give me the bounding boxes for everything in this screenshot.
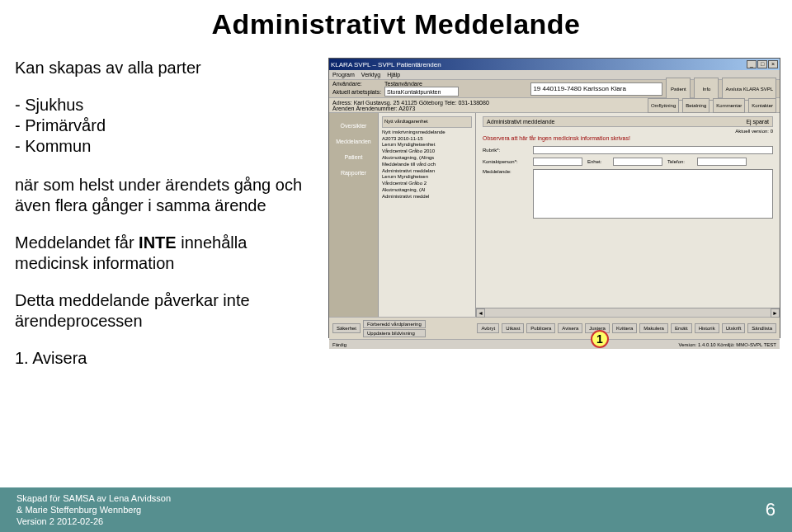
makulera-button[interactable]: Makulera bbox=[639, 323, 668, 333]
parter-list: Sjukhus Primärvård Kommun bbox=[15, 95, 316, 157]
form-warning: Observera att här får ingen medicinsk in… bbox=[483, 135, 773, 141]
tree-item[interactable]: Akutmottagning, (Al bbox=[382, 187, 472, 194]
step-list: 1. Avisera bbox=[15, 348, 316, 369]
kontakt-input[interactable] bbox=[533, 158, 582, 166]
window-maximize-button[interactable]: □ bbox=[757, 60, 767, 68]
scroll-left-icon[interactable]: ◄ bbox=[476, 308, 485, 318]
window-close-button[interactable]: × bbox=[768, 60, 778, 68]
tree-header[interactable]: Nytt vårdtagarenhet bbox=[382, 116, 472, 128]
rubrik-label: Rubrik*: bbox=[483, 148, 528, 153]
tree-item[interactable]: Administrativt meddelan bbox=[382, 168, 472, 175]
betalning-button[interactable]: Betalning bbox=[682, 98, 710, 113]
sandlista-button[interactable]: Sändlista bbox=[747, 323, 776, 333]
sakerhet-button[interactable]: Säkerhet bbox=[332, 323, 361, 333]
form-scrollbar[interactable]: ◄ ► bbox=[476, 308, 780, 317]
form-status: Ej sparat bbox=[746, 119, 769, 125]
rubrik-input[interactable] bbox=[533, 146, 773, 154]
sidebar-item-patient[interactable]: Patient bbox=[329, 149, 378, 165]
close-app-button[interactable]: Avsluta KLARA SVPL bbox=[722, 78, 776, 101]
intro-text: Kan skapas av alla parter bbox=[15, 58, 316, 78]
form-titlebar: Administrativt meddelande Ej sparat bbox=[483, 116, 773, 127]
address-text: Adress: Karl Gustavsg. 25 41125 Göteborg… bbox=[332, 100, 644, 106]
tree-item[interactable]: Lerum Myndighetsen bbox=[382, 174, 472, 181]
footer-credits: Skapad för SAMSA av Lena Arvidsson & Mar… bbox=[16, 492, 171, 528]
app-title: KLARA SVPL – SVPL Patientärenden bbox=[331, 61, 441, 68]
tree-item[interactable]: A2073 2010-11-15 bbox=[382, 136, 472, 143]
bottom-toolbar: Säkerhet Förberedd vårdplanering Uppdate… bbox=[329, 318, 780, 339]
sidebar-item-meddelanden[interactable]: Meddelanden bbox=[329, 134, 378, 149]
meddelande-textarea[interactable] bbox=[533, 169, 773, 219]
status-bar: Färdig Version: 1.4.0.10 Kömiljö: MMO-SV… bbox=[329, 339, 780, 349]
patient-button[interactable]: Patient bbox=[666, 78, 691, 101]
forberedd-button[interactable]: Förberedd vårdplanering bbox=[363, 320, 426, 328]
para2: Meddelandet får INTE innehålla medicinsk… bbox=[15, 233, 316, 274]
form-panel: Administrativt meddelande Ej sparat Aktu… bbox=[476, 113, 780, 317]
list-item: Kommun bbox=[15, 136, 316, 157]
footer-line1: Skapad för SAMSA av Lena Arvidsson bbox=[16, 492, 171, 504]
sidebar: Översikter Meddelanden Patient Rapporter bbox=[329, 113, 379, 317]
kontakt-label: Kontaktperson*: bbox=[483, 159, 528, 164]
tree-item[interactable]: Administrativt meddel bbox=[382, 194, 472, 200]
left-text-block: Kan skapas av alla parter Sjukhus Primär… bbox=[15, 58, 316, 385]
menu-hjalp[interactable]: Hjälp bbox=[387, 72, 400, 78]
app-main: Översikter Meddelanden Patient Rapporter… bbox=[329, 113, 780, 318]
sidebar-item-rapporter[interactable]: Rapporter bbox=[329, 165, 378, 181]
meddelande-label: Meddelande: bbox=[483, 169, 528, 174]
omflyttning-button[interactable]: Omflyttning bbox=[648, 98, 679, 113]
kontakter-button[interactable]: Kontakter bbox=[748, 98, 776, 113]
app-screenshot: KLARA SVPL – SVPL Patientärenden _ □ × P… bbox=[328, 58, 780, 338]
case-tree: Nytt vårdtagarenhet Nytt inskrivningsmed… bbox=[379, 113, 476, 317]
status-left: Färdig bbox=[332, 342, 346, 347]
list-item: Sjukhus bbox=[15, 95, 316, 115]
footer-line3: Version 2 2012-02-26 bbox=[16, 516, 171, 527]
para2-strong: INTE bbox=[139, 233, 177, 252]
tree-item[interactable]: Akutmottagning, (Alings bbox=[382, 155, 472, 162]
menu-program[interactable]: Program bbox=[332, 72, 355, 78]
para3: Detta meddelande påverkar inte ärendepro… bbox=[15, 290, 316, 332]
case-text: Ärenden Ärendenummer: A2073 bbox=[332, 106, 644, 111]
form-title: Administrativt meddelande bbox=[487, 119, 555, 125]
window-minimize-button[interactable]: _ bbox=[747, 60, 757, 68]
callout-1: 1 bbox=[591, 330, 609, 348]
tree-item[interactable]: Lerum Myndighetsenhet bbox=[382, 142, 472, 148]
form-version: Aktuell version: 0 bbox=[483, 129, 773, 134]
sidebar-item-oversikter[interactable]: Översikter bbox=[329, 118, 378, 134]
utskrift-button[interactable]: Utskrift bbox=[722, 323, 746, 333]
footer: Skapad för SAMSA av Lena Arvidsson & Mar… bbox=[0, 487, 792, 532]
list-item: Primärvård bbox=[15, 115, 316, 136]
slide-title: Administrativt Meddelande bbox=[0, 8, 792, 40]
info-button[interactable]: Info bbox=[694, 78, 719, 101]
kvittera-button[interactable]: Kvittera bbox=[612, 323, 637, 333]
historik-button[interactable]: Historik bbox=[695, 323, 719, 333]
status-right: Version: 1.4.0.10 Kömiljö: MMO-SVPL TEST bbox=[679, 342, 776, 347]
telefon-input[interactable] bbox=[697, 158, 747, 166]
avisera-button[interactable]: Avisera bbox=[558, 323, 582, 333]
user-value: Testanvändare bbox=[384, 81, 422, 87]
tree-item[interactable]: Meddelande till vård och bbox=[382, 162, 472, 168]
uppdatera-button[interactable]: Uppdatera bildvisning bbox=[363, 329, 426, 337]
para1: när som helst under ärendets gång och äv… bbox=[15, 175, 316, 216]
toolbar-row2: Adress: Karl Gustavsg. 25 41125 Göteborg… bbox=[329, 98, 780, 113]
workplace-label: Aktuell arbetsplats: bbox=[332, 89, 382, 95]
workplace-input[interactable] bbox=[384, 87, 459, 97]
para2-pre: Meddelandet får bbox=[15, 233, 139, 252]
ersatt-button[interactable]: Ersätt bbox=[671, 323, 692, 333]
tree-item[interactable]: Nytt inskrivningsmeddelande bbox=[382, 129, 472, 136]
app-titlebar: KLARA SVPL – SVPL Patientärenden _ □ × bbox=[329, 59, 780, 70]
patient-input[interactable] bbox=[530, 82, 662, 96]
telefon-label: Telefon: bbox=[667, 159, 692, 164]
enhet-input[interactable] bbox=[613, 158, 662, 166]
publicera-button[interactable]: Publicera bbox=[526, 323, 555, 333]
tree-item[interactable]: Vårdcentral Gråbo 2 bbox=[382, 181, 472, 187]
page-number: 6 bbox=[766, 499, 776, 520]
utkast-button[interactable]: Utkast bbox=[502, 323, 524, 333]
menu-verktyg[interactable]: Verktyg bbox=[361, 72, 380, 78]
scroll-right-icon[interactable]: ► bbox=[771, 308, 780, 318]
user-label: Användare: bbox=[332, 81, 382, 87]
tree-item[interactable]: Vårdcentral Gråbo 2010 bbox=[382, 148, 472, 155]
enhet-label: Enhet: bbox=[587, 159, 608, 164]
kommentar-button[interactable]: Kommentar bbox=[713, 98, 745, 113]
avbryt-button[interactable]: Avbryt bbox=[477, 323, 499, 333]
footer-line2: & Marie Steffenburg Wennberg bbox=[16, 504, 171, 516]
toolbar-row1: Användare: Testanvändare Aktuell arbetsp… bbox=[329, 80, 780, 98]
